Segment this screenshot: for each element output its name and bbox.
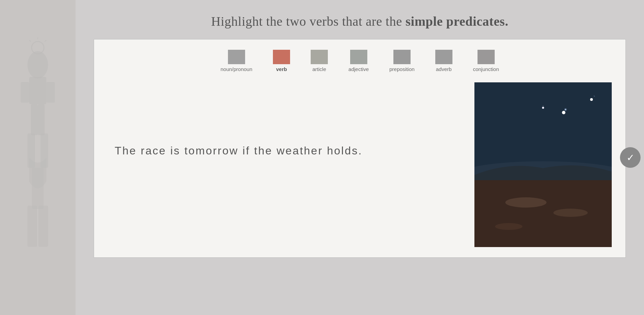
legend-color-conjunction (478, 50, 495, 64)
legend-item-verb[interactable]: verb (273, 50, 290, 72)
legend-row: noun/pronounverbarticleadjectivepreposit… (108, 50, 612, 72)
main-card: noun/pronounverbarticleadjectivepreposit… (94, 39, 626, 258)
legend-label-noun-pronoun: noun/pronoun (220, 66, 252, 72)
legend-item-article[interactable]: article (311, 50, 328, 72)
sentence-area: The race is tomorrow if the weather hold… (108, 82, 474, 220)
legend-item-preposition[interactable]: preposition (389, 50, 414, 72)
svg-rect-10 (38, 206, 48, 247)
svg-rect-23 (474, 178, 612, 247)
main-content: Highlight the two verbs that are the sim… (76, 0, 644, 315)
legend-color-adjective (350, 50, 367, 64)
svg-point-19 (562, 111, 565, 114)
legend-color-adverb (435, 50, 452, 64)
title-text: Highlight the two verbs that are the (211, 14, 405, 28)
legend-label-verb: verb (276, 66, 287, 72)
svg-rect-1 (29, 77, 46, 104)
legend-color-noun-pronoun (228, 50, 245, 64)
legend-label-preposition: preposition (389, 66, 414, 72)
svg-line-14 (45, 40, 46, 42)
svg-rect-2 (21, 82, 29, 103)
sentence-text: The race is tomorrow if the weather hold… (115, 142, 363, 160)
legend-item-conjunction[interactable]: conjunction (473, 50, 499, 72)
legend-color-article (311, 50, 328, 64)
svg-point-26 (495, 223, 522, 230)
svg-point-25 (553, 209, 588, 217)
content-area: The race is tomorrow if the weather hold… (108, 82, 612, 247)
title-emphasis: simple predicates. (405, 14, 508, 28)
check-icon: ✓ (626, 152, 634, 163)
svg-rect-8 (32, 168, 44, 209)
legend-label-adverb: adverb (436, 66, 452, 72)
svg-point-21 (542, 107, 544, 109)
svg-point-0 (27, 51, 48, 79)
decorative-figure (10, 37, 65, 278)
svg-rect-5 (38, 104, 45, 135)
legend-label-adjective: adjective (348, 66, 369, 72)
svg-rect-9 (27, 206, 37, 247)
page-title: Highlight the two verbs that are the sim… (211, 14, 508, 29)
legend-label-article: article (312, 66, 326, 72)
legend-item-adjective[interactable]: adjective (348, 50, 369, 72)
legend-color-verb (273, 50, 290, 64)
left-panel (0, 0, 76, 315)
legend-label-conjunction: conjunction (473, 66, 499, 72)
svg-rect-4 (31, 104, 38, 135)
svg-point-20 (590, 98, 593, 101)
legend-color-preposition (393, 50, 411, 64)
legend-item-adverb[interactable]: adverb (435, 50, 452, 72)
svg-rect-3 (46, 82, 55, 103)
night-image (474, 82, 612, 247)
svg-line-13 (29, 40, 31, 42)
check-button[interactable]: ✓ (620, 147, 641, 168)
svg-point-24 (505, 197, 547, 208)
legend-item-noun-pronoun[interactable]: noun/pronoun (220, 50, 252, 72)
